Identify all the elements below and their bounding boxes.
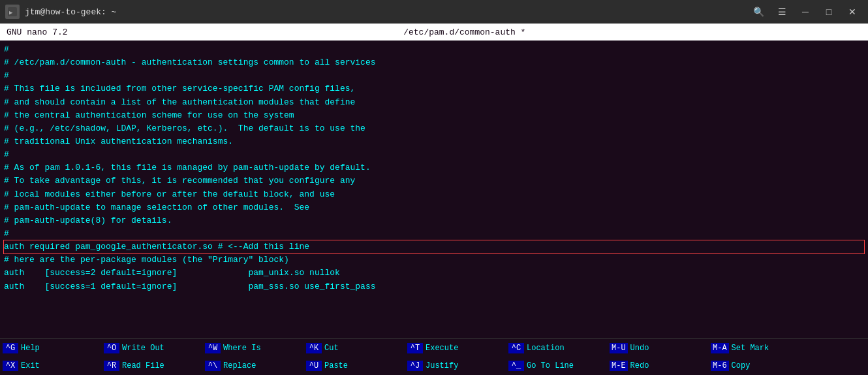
shortcut-key: ^\: [205, 361, 221, 371]
shortcut-key: ^O: [104, 343, 119, 353]
shortcut-label: Undo: [630, 344, 649, 353]
maximize-button[interactable]: □: [818, 3, 839, 21]
titlebar-left: ▶ jtm@how-to-geek: ~: [5, 5, 116, 19]
shortcut-key: ^U: [306, 361, 322, 371]
shortcut-item[interactable]: ^RRead File: [104, 361, 205, 371]
shortcut-label: Copy: [732, 361, 751, 370]
statusbar: ^GHelp^OWrite Out^WWhere Is^KCut^TExecut…: [0, 338, 868, 375]
editor-line: # (e.g., /etc/shadow, LDAP, Kerberos, et…: [4, 122, 864, 135]
shortcut-key: ^W: [205, 343, 221, 353]
editor-line: # local modules either before or after t…: [4, 188, 864, 201]
shortcut-item[interactable]: M-UUndo: [610, 343, 711, 353]
shortcut-label: Set Mark: [732, 344, 769, 353]
shortcut-label: Cut: [324, 344, 339, 353]
shortcut-key: ^X: [3, 361, 18, 371]
shortcut-item[interactable]: ^WWhere Is: [205, 343, 306, 353]
editor-line: auth required pam_google_authenticator.s…: [4, 240, 864, 253]
editor-line: # the central authentication scheme for …: [4, 109, 864, 122]
shortcut-key: M-6: [711, 361, 729, 371]
shortcut-label: Exit: [21, 361, 40, 370]
editor-line: # As of pam 1.0.1-6, this file is manage…: [4, 161, 864, 174]
shortcut-label: Go To Line: [527, 361, 574, 370]
editor-line: #: [4, 43, 864, 56]
search-button[interactable]: 🔍: [748, 3, 769, 21]
shortcut-row-2: ^XExit^RRead File^\Replace^UPaste^JJusti…: [0, 357, 868, 376]
titlebar: ▶ jtm@how-to-geek: ~ 🔍 ☰ ─ □ ✕: [0, 0, 868, 24]
file-path: /etc/pam.d/common-auth *: [403, 27, 525, 37]
shortcut-item[interactable]: M-6Copy: [711, 361, 812, 371]
editor-line: # and should contain a list of the authe…: [4, 96, 864, 109]
titlebar-controls: 🔍 ☰ ─ □ ✕: [748, 3, 863, 21]
shortcut-label: Help: [21, 344, 40, 353]
shortcut-label: Redo: [630, 361, 649, 370]
editor-line: # traditional Unix authentication mechan…: [4, 135, 864, 148]
shortcut-key: ^K: [306, 343, 322, 353]
shortcut-label: Paste: [324, 361, 348, 370]
editor-line: #: [4, 227, 864, 240]
infobar: GNU nano 7.2 /etc/pam.d/common-auth *: [0, 24, 868, 41]
shortcut-item[interactable]: ^XExit: [3, 361, 104, 371]
shortcut-key: M-U: [610, 343, 628, 353]
shortcut-item[interactable]: ^TExecute: [407, 343, 508, 353]
editor-line: # pam-auth-update(8) for details.: [4, 214, 864, 227]
editor-line: # /etc/pam.d/common-auth - authenticatio…: [4, 56, 864, 69]
terminal-icon: ▶: [5, 5, 20, 19]
shortcut-item[interactable]: M-ASet Mark: [711, 343, 812, 353]
shortcut-label: Replace: [223, 361, 256, 370]
shortcut-key: ^C: [508, 343, 524, 353]
shortcut-item[interactable]: ^_Go To Line: [508, 361, 610, 371]
shortcut-key: ^G: [3, 343, 18, 353]
shortcut-label: Location: [527, 344, 565, 353]
shortcut-item[interactable]: ^GHelp: [3, 343, 104, 353]
shortcut-label: Read File: [122, 361, 164, 370]
shortcut-key: ^R: [104, 361, 119, 371]
shortcut-item[interactable]: M-ERedo: [610, 361, 711, 371]
shortcut-label: Where Is: [223, 344, 261, 353]
menu-button[interactable]: ☰: [771, 3, 792, 21]
editor-line: #: [4, 69, 864, 82]
shortcut-item[interactable]: ^CLocation: [508, 343, 610, 353]
shortcut-item[interactable]: ^\Replace: [205, 361, 306, 371]
shortcut-item[interactable]: ^KCut: [306, 343, 407, 353]
editor-line: # This file is included from other servi…: [4, 82, 864, 95]
editor-area[interactable]: ## /etc/pam.d/common-auth - authenticati…: [0, 41, 868, 338]
shortcut-item[interactable]: ^JJustify: [407, 361, 508, 371]
editor-line: # To take advantage of this, it is recom…: [4, 174, 864, 188]
shortcut-item[interactable]: ^OWrite Out: [104, 343, 205, 353]
shortcut-label: Justify: [426, 361, 458, 370]
shortcut-label: Write Out: [122, 344, 164, 353]
nano-version: GNU nano 7.2: [7, 27, 68, 37]
editor-line: #: [4, 148, 864, 161]
editor-line: auth [success=2 default=ignore] pam_unix…: [4, 267, 864, 280]
editor-line: auth [success=1 default=ignore] pam_sss.…: [4, 280, 864, 293]
editor-line: # here are the per-package modules (the …: [4, 253, 864, 267]
close-button[interactable]: ✕: [842, 3, 863, 21]
svg-text:▶: ▶: [9, 9, 13, 16]
shortcut-key: ^_: [508, 361, 524, 371]
shortcut-key: ^J: [407, 361, 423, 371]
shortcut-item[interactable]: ^UPaste: [306, 361, 407, 371]
shortcut-label: Execute: [426, 344, 458, 353]
editor-line: # pam-auth-update to manage selection of…: [4, 201, 864, 214]
titlebar-title: jtm@how-to-geek: ~: [25, 7, 116, 17]
shortcut-key: ^T: [407, 343, 423, 353]
shortcut-key: M-A: [711, 343, 729, 353]
shortcut-row-1: ^GHelp^OWrite Out^WWhere Is^KCut^TExecut…: [0, 339, 868, 357]
minimize-button[interactable]: ─: [795, 3, 816, 21]
shortcut-key: M-E: [610, 361, 628, 371]
